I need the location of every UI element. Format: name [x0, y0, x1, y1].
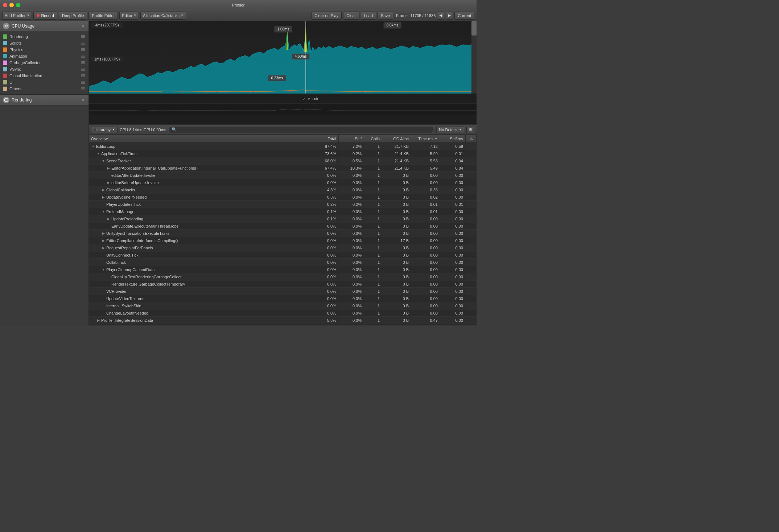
legend-item[interactable]: Global Illumination — [3, 72, 86, 79]
th-calls[interactable]: Calls — [364, 135, 382, 142]
table-row[interactable]: ▼ EditorLoop 87.4% 7.2% 1 21.7 KB 7.12 0… — [89, 143, 477, 150]
chart-scrollbar[interactable] — [471, 21, 477, 93]
settings-button[interactable]: ⚙ — [466, 126, 474, 133]
td-self: 0.5% — [339, 157, 364, 164]
legend-item[interactable]: Physics — [3, 46, 86, 53]
table-row[interactable]: ▶ UpdateSceneIfNeeded 0.3% 0.0% 1 0 B 0.… — [89, 194, 477, 201]
tree-toggle-icon[interactable]: ▼ — [101, 209, 106, 214]
table-row[interactable]: PlayerUpdates.Tick 0.2% 0.2% 1 0 B 0.01 … — [89, 201, 477, 208]
allocation-callstacks-dropdown[interactable]: Allocation Callstacks ▼ — [140, 12, 186, 20]
table-row[interactable]: ▶ editorBeforeUpdate.Invoke 0.0% 0.0% 1 … — [89, 179, 477, 186]
frame-prev-button[interactable]: ◀ — [437, 12, 444, 20]
window-maximize-button[interactable] — [16, 3, 20, 7]
mini-chart-row-1[interactable]: 2 2 1.0k — [89, 93, 477, 104]
chart-scrollbar-thumb[interactable] — [471, 21, 477, 36]
table-row[interactable]: ChangeLayoutIfNeeded 0.0% 0.0% 1 0 B 0.0… — [89, 309, 477, 317]
table-row[interactable]: Collab.Tick 0.0% 0.0% 1 0 B 0.00 0.00 — [89, 259, 477, 266]
row-name: editorBeforeUpdate.Invoke — [111, 180, 159, 185]
hierarchy-dropdown[interactable]: Hierarchy ▼ — [91, 126, 118, 133]
table-row[interactable]: UnityConnect.Tick 0.0% 0.0% 1 0 B 0.00 0… — [89, 252, 477, 259]
table-row[interactable]: editorAfterUpdate.Invoke 0.0% 0.0% 1 0 B… — [89, 172, 477, 179]
cpu-panel-close-button[interactable]: ✕ — [81, 24, 86, 29]
legend-item[interactable]: Animation — [3, 53, 86, 59]
td-total: 0.0% — [313, 244, 339, 251]
record-button[interactable]: Record — [33, 12, 57, 20]
table-row[interactable]: ▶ EditorApplication.Internal_CallUpdateF… — [89, 165, 477, 172]
table-row[interactable]: ▼ SceneTracker 68.0% 0.5% 1 21.4 KB 5.53… — [89, 157, 477, 165]
tree-toggle-icon[interactable]: ▶ — [101, 195, 106, 199]
rendering-panel-close-button[interactable]: ✕ — [81, 97, 86, 103]
tree-toggle-icon[interactable]: ▼ — [96, 151, 100, 156]
svg-rect-8 — [216, 91, 217, 92]
table-row[interactable]: ▶ Profiler.IntegrateSessionData 5.8% 0.0… — [89, 317, 477, 324]
table-row[interactable]: UpdateVideoTextures 0.0% 0.0% 1 0 B 0.00… — [89, 295, 477, 302]
window-close-button[interactable] — [3, 3, 7, 7]
legend-item[interactable]: Scripts — [3, 40, 86, 46]
tree-toggle-icon[interactable]: ▼ — [101, 159, 106, 163]
no-details-dropdown[interactable]: No Details ▼ — [436, 126, 464, 133]
table-row[interactable]: VCProvider 0.0% 0.0% 1 0 B 0.00 0.00 — [89, 288, 477, 295]
tree-toggle-icon[interactable]: ▶ — [106, 166, 111, 170]
clear-on-play-button[interactable]: Clear on Play — [311, 12, 342, 20]
tree-toggle-icon[interactable]: ▼ — [91, 144, 95, 149]
profile-editor-button[interactable]: Profile Editor — [88, 12, 118, 20]
td-self: 10.3% — [339, 165, 364, 171]
legend-item[interactable]: GarbageCollector — [3, 59, 86, 66]
load-button[interactable]: Load — [361, 12, 376, 20]
table-row[interactable]: ▶ Profiler.AddFrameDataAndTransferOwners… — [89, 324, 477, 325]
table-row[interactable]: ▼ PreloadManager 0.1% 0.0% 1 0 B 0.01 0.… — [89, 208, 477, 215]
th-self[interactable]: Self — [339, 135, 364, 142]
deep-profile-button[interactable]: Deep Profile — [59, 12, 87, 20]
save-button[interactable]: Save — [378, 12, 393, 20]
tree-toggle-icon[interactable]: ▶ — [101, 188, 106, 192]
legend-item[interactable]: Others — [3, 86, 86, 92]
td-self: 0.0% — [339, 309, 364, 316]
legend-item[interactable]: UI — [3, 79, 86, 86]
td-overview: ▶ EditorCompilationInterface.IsCompiling… — [89, 237, 313, 244]
table-row[interactable]: RenderTexture.GarbageCollectTemporary 0.… — [89, 280, 477, 288]
mini-chart-row-2[interactable] — [89, 104, 477, 114]
current-button[interactable]: Current — [454, 12, 474, 20]
tree-toggle-icon[interactable]: ▶ — [96, 318, 100, 323]
table-row[interactable]: ▶ RequestRepaintForPanels 0.0% 0.0% 1 0 … — [89, 244, 477, 252]
tree-toggle-icon[interactable]: ▶ — [96, 325, 100, 326]
add-profiler-dropdown[interactable]: Add Profiler ▼ — [2, 12, 32, 20]
table-row[interactable]: CleanUp.TextRenderingGarbageCollect 0.0%… — [89, 273, 477, 280]
td-warn — [466, 179, 477, 186]
table-row[interactable]: ▼ ApplicationTickTimer 73.6% 0.2% 1 21.4… — [89, 150, 477, 157]
tree-toggle-icon[interactable]: ▶ — [106, 180, 111, 185]
search-input-box[interactable]: 🔍 — [168, 126, 434, 133]
td-overview: VCProvider — [89, 288, 313, 295]
th-gcalloc[interactable]: GC Alloc — [382, 135, 411, 142]
clear-button[interactable]: Clear — [343, 12, 359, 20]
table-row[interactable]: Internal_SwitchSkin 0.0% 0.0% 1 0 B 0.00… — [89, 302, 477, 309]
th-selfms[interactable]: Self ms — [440, 135, 466, 142]
tree-toggle-icon[interactable]: ▶ — [101, 231, 106, 236]
legend-item[interactable]: Rendering — [3, 33, 86, 40]
td-self: 0.0% — [339, 215, 364, 222]
th-overview[interactable]: Overview — [89, 135, 313, 142]
table-row[interactable]: ▶ UpdatePreloading 0.1% 0.0% 1 0 B 0.00 … — [89, 215, 477, 223]
table-row[interactable]: ▶ UnitySynchronization.ExecuteTasks 0.0%… — [89, 230, 477, 237]
td-overview: ▼ PlayerCleanupCachedData — [89, 266, 313, 273]
mini-chart-row-3[interactable] — [89, 114, 477, 124]
table-row[interactable]: ▶ GlobalCallbacks 4.3% 0.0% 1 0 B 0.35 0… — [89, 186, 477, 194]
profiler-table[interactable]: Overview Total Self Calls GC Alloc Time … — [89, 135, 477, 325]
editor-dropdown[interactable]: Editor ▼ — [119, 12, 139, 20]
tree-toggle-icon[interactable]: ▶ — [101, 238, 106, 243]
table-row[interactable]: EarlyUpdate.ExecuteMainThreadJobs 0.0% 0… — [89, 223, 477, 230]
th-timems[interactable]: Time ms ▼ — [411, 135, 440, 142]
frame-next-button[interactable]: ▶ — [446, 12, 453, 20]
window-minimize-button[interactable] — [9, 3, 14, 7]
tree-toggle-icon[interactable]: ▶ — [101, 246, 106, 250]
cpu-chart[interactable]: 0.04ms 1.00ms 4.63ms 0.23ms 4ms (250FPS) — [89, 21, 477, 93]
row-name: Collab.Tick — [106, 260, 126, 265]
table-row[interactable]: ▶ EditorCompilationInterface.IsCompiling… — [89, 237, 477, 244]
table-row[interactable]: ▼ PlayerCleanupCachedData 0.0% 0.0% 1 0 … — [89, 266, 477, 273]
legend-item[interactable]: VSync — [3, 66, 86, 72]
th-total[interactable]: Total — [313, 135, 339, 142]
th-warn[interactable]: ⚠ — [466, 135, 477, 142]
tree-toggle-icon[interactable]: ▼ — [101, 267, 106, 272]
td-overview: ChangeLayoutIfNeeded — [89, 309, 313, 316]
tree-toggle-icon[interactable]: ▶ — [106, 217, 111, 221]
